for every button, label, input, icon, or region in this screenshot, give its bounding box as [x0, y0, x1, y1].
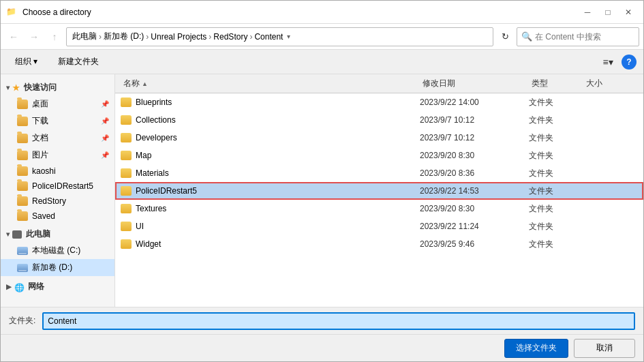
- sidebar-item-desktop[interactable]: 桌面 📌: [1, 95, 114, 112]
- view-button[interactable]: ≡ ▾: [598, 53, 617, 71]
- c-drive-icon: [17, 247, 28, 255]
- documents-folder-icon: [17, 134, 28, 143]
- table-row[interactable]: Textures2023/9/20 8:30文件夹: [115, 200, 643, 217]
- sidebar-quick-access[interactable]: ▾ ★ 快速访问: [1, 80, 114, 95]
- sidebar-item-c-drive[interactable]: 本地磁盘 (C:): [1, 242, 114, 259]
- network-icon: 🌐: [14, 283, 25, 291]
- search-input[interactable]: [535, 32, 637, 42]
- col-header-name[interactable]: 名称 ▲: [121, 74, 420, 93]
- redstory-folder-icon: [17, 196, 28, 206]
- breadcrumb-pc[interactable]: 此电脑: [72, 31, 97, 42]
- title-bar-controls: ─ □ ✕: [578, 3, 638, 22]
- file-modified-cell: 2023/9/22 14:00: [420, 97, 529, 107]
- col-header-size[interactable]: 大小: [583, 74, 638, 93]
- sidebar-this-pc[interactable]: ▾ 此电脑: [1, 226, 114, 242]
- sidebar-network[interactable]: ▶ 🌐 网络: [1, 279, 114, 295]
- sidebar-item-kaoshi[interactable]: kaoshi: [1, 164, 114, 179]
- table-row[interactable]: Map2023/9/20 8:30文件夹: [115, 147, 643, 164]
- table-row[interactable]: Developers2023/9/7 10:12文件夹: [115, 129, 643, 147]
- pictures-folder-icon: [17, 151, 28, 160]
- d-drive-label: 新加卷 (D:): [32, 262, 72, 273]
- search-box[interactable]: 🔍: [517, 27, 639, 46]
- file-name-cell: PoliceIDRestart5: [121, 186, 420, 196]
- file-modified-cell: 2023/9/20 8:30: [420, 151, 529, 160]
- main-area: ▾ ★ 快速访问 桌面 📌 下载 📌 文档 📌 图片: [1, 74, 643, 307]
- sidebar-item-documents[interactable]: 文档 📌: [1, 130, 114, 147]
- new-folder-button[interactable]: 新建文件夹: [50, 53, 106, 71]
- folder-icon: [121, 222, 132, 231]
- breadcrumb-drive[interactable]: 新加卷 (D:): [104, 31, 144, 42]
- d-drive-icon: [17, 264, 28, 272]
- sidebar-item-pictures[interactable]: 图片 📌: [1, 147, 114, 164]
- view-dropdown-icon: ▾: [609, 57, 613, 67]
- title-bar-text: Choose a directory: [22, 7, 578, 17]
- back-button[interactable]: ←: [5, 28, 22, 46]
- saved-folder-icon: [17, 211, 28, 221]
- sidebar-item-policeid[interactable]: PoliceIDRestart5: [1, 179, 114, 194]
- maximize-button[interactable]: □: [598, 3, 617, 22]
- title-bar: 📁 Choose a directory ─ □ ✕: [1, 1, 643, 24]
- file-modified-cell: 2023/9/22 11:24: [420, 222, 529, 231]
- up-button[interactable]: ↑: [46, 28, 63, 46]
- close-button[interactable]: ✕: [619, 3, 638, 22]
- col-header-modified[interactable]: 修改日期: [420, 74, 529, 93]
- toolbar-right: ≡ ▾ ?: [598, 53, 637, 71]
- filename-bar: 文件夹:: [1, 307, 643, 334]
- breadcrumb-redstory[interactable]: RedStory: [213, 32, 247, 42]
- table-row[interactable]: Materials2023/9/20 8:36文件夹: [115, 164, 643, 182]
- organize-button[interactable]: 组织 ▾: [7, 53, 45, 71]
- pin-icon-3: 📌: [101, 134, 109, 142]
- folder-icon: [121, 151, 132, 160]
- file-name-cell: Developers: [121, 133, 420, 142]
- file-modified-cell: 2023/9/25 9:46: [420, 239, 529, 249]
- filename-input[interactable]: [42, 312, 635, 330]
- file-modified-cell: 2023/9/20 8:30: [420, 204, 529, 213]
- file-type-cell: 文件夹: [529, 115, 583, 126]
- file-type-cell: 文件夹: [529, 185, 583, 197]
- sidebar-item-d-drive[interactable]: 新加卷 (D:): [1, 259, 114, 276]
- file-type-cell: 文件夹: [529, 150, 583, 162]
- select-folder-button[interactable]: 选择文件夹: [504, 339, 568, 358]
- desktop-folder-icon: [17, 100, 28, 109]
- folder-icon: [121, 204, 132, 213]
- toolbar-row: 组织 ▾ 新建文件夹 ≡ ▾ ?: [1, 50, 643, 74]
- sidebar-item-saved[interactable]: Saved: [1, 209, 114, 224]
- table-row[interactable]: Collections2023/9/7 10:12文件夹: [115, 111, 643, 129]
- help-button[interactable]: ?: [622, 55, 637, 70]
- window-icon: 📁: [6, 7, 17, 18]
- filename-label: 文件夹:: [9, 315, 35, 327]
- folder-icon: [121, 133, 132, 142]
- file-name-cell: UI: [121, 222, 420, 231]
- file-name-cell: Blueprints: [121, 97, 420, 107]
- table-row[interactable]: UI2023/9/22 11:24文件夹: [115, 217, 643, 235]
- sidebar-redstory-label: RedStory: [32, 196, 66, 206]
- breadcrumb-unreal[interactable]: Unreal Projects: [151, 32, 206, 42]
- pin-icon: 📌: [101, 100, 109, 108]
- address-bar[interactable]: 此电脑 › 新加卷 (D:) › Unreal Projects › RedSt…: [66, 27, 493, 46]
- file-type-cell: 文件夹: [529, 132, 583, 144]
- address-bar-row: ← → ↑ 此电脑 › 新加卷 (D:) › Unreal Projects ›…: [1, 24, 643, 50]
- dialog-window: 📁 Choose a directory ─ □ ✕ ← → ↑ 此电脑 › 新…: [0, 0, 644, 362]
- minimize-button[interactable]: ─: [578, 3, 597, 22]
- quick-access-chevron: ▾: [6, 84, 10, 91]
- file-name-cell: Materials: [121, 168, 420, 178]
- forward-button[interactable]: →: [25, 28, 43, 46]
- table-row[interactable]: Widget2023/9/25 9:46文件夹: [115, 235, 643, 253]
- col-header-type[interactable]: 类型: [529, 74, 583, 93]
- cancel-button[interactable]: 取消: [574, 339, 635, 358]
- file-name-cell: Textures: [121, 204, 420, 213]
- downloads-folder-icon: [17, 117, 28, 126]
- file-name-cell: Collections: [121, 115, 420, 125]
- pin-icon-2: 📌: [101, 117, 109, 125]
- sidebar-item-redstory[interactable]: RedStory: [1, 194, 114, 209]
- table-row[interactable]: Blueprints2023/9/22 14:00文件夹: [115, 93, 643, 111]
- file-modified-cell: 2023/9/20 8:36: [420, 168, 529, 178]
- refresh-button[interactable]: ↻: [496, 28, 514, 46]
- breadcrumb-content[interactable]: Content: [254, 32, 283, 42]
- file-list: Blueprints2023/9/22 14:00文件夹Collections2…: [115, 93, 643, 307]
- table-row[interactable]: PoliceIDRestart52023/9/22 14:53文件夹: [115, 182, 643, 200]
- quick-access-label: 快速访问: [24, 82, 57, 93]
- file-area: 名称 ▲ 修改日期 类型 大小 Blueprints2023/9/22 14:0…: [115, 74, 643, 307]
- sidebar-item-downloads[interactable]: 下载 📌: [1, 112, 114, 130]
- file-name-cell: Widget: [121, 239, 420, 249]
